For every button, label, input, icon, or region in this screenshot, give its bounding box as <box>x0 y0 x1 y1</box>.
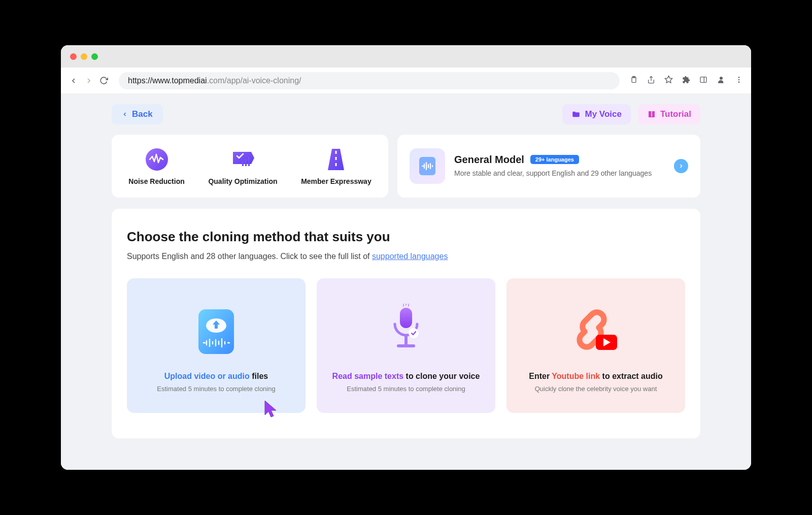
svg-rect-15 <box>335 163 337 166</box>
method-pre: Enter <box>529 372 552 380</box>
method-grid: Upload video or audio files Estimated 5 … <box>127 278 685 413</box>
supported-languages-link[interactable]: supported languages <box>372 252 448 261</box>
back-button-label: Back <box>132 109 153 119</box>
url-bar[interactable]: https://www.topmediai.com/app/ai-voice-c… <box>119 72 620 89</box>
close-window-icon[interactable] <box>70 53 77 60</box>
back-button[interactable]: Back <box>112 104 163 124</box>
toolbar-actions <box>630 75 743 86</box>
back-arrow-icon[interactable] <box>69 76 78 85</box>
upload-icon <box>137 304 295 360</box>
model-card[interactable]: General Model 29+ languages More stable … <box>397 135 700 198</box>
header-actions: My Voice Tutorial <box>562 104 700 124</box>
extensions-icon[interactable] <box>682 76 690 86</box>
feature-member-expressway[interactable]: Member Expressway <box>301 147 371 185</box>
member-expressway-icon <box>323 147 349 172</box>
subtitle-text: Supports English and 28 other languages.… <box>127 252 372 261</box>
method-subtitle: Estimated 5 minutes to complete cloning <box>327 385 485 393</box>
my-voice-label: My Voice <box>585 109 621 119</box>
profile-icon[interactable] <box>717 75 726 86</box>
chevron-right-icon <box>678 163 684 169</box>
feature-noise-reduction[interactable]: Noise Reduction <box>128 147 184 185</box>
svg-rect-19 <box>400 308 412 328</box>
svg-point-7 <box>738 79 740 80</box>
feature-quality-optimization[interactable]: Quality Optimization <box>208 147 277 185</box>
method-title: Enter Youtube link to extract audio <box>517 372 675 381</box>
clipboard-icon[interactable] <box>630 76 638 86</box>
url-path: .com/app/ai-voice-cloning/ <box>207 76 301 85</box>
book-icon <box>647 110 656 119</box>
svg-rect-12 <box>248 157 250 166</box>
model-icon <box>410 148 445 184</box>
svg-rect-13 <box>335 151 337 154</box>
svg-rect-3 <box>700 77 706 82</box>
method-youtube-link[interactable]: Enter Youtube link to extract audio Quic… <box>506 278 685 413</box>
svg-point-5 <box>720 77 723 80</box>
svg-rect-14 <box>335 157 337 160</box>
window-titlebar <box>61 45 751 68</box>
tutorial-label: Tutorial <box>660 109 691 119</box>
feature-label: Member Expressway <box>301 177 371 185</box>
browser-toolbar: https://www.topmediai.com/app/ai-voice-c… <box>61 68 751 94</box>
method-rest: files <box>250 372 268 380</box>
folder-icon <box>571 110 581 119</box>
svg-point-6 <box>738 77 740 78</box>
method-highlight: Youtube link <box>552 372 600 380</box>
share-icon[interactable] <box>647 76 655 86</box>
svg-rect-21 <box>397 344 415 347</box>
feature-label: Noise Reduction <box>128 177 184 185</box>
feature-label: Quality Optimization <box>208 177 277 185</box>
method-subtitle: Quickly clone the celebrity voice you wa… <box>517 385 675 393</box>
svg-point-9 <box>146 148 168 171</box>
method-title: Read sample texts to clone your voice <box>327 372 485 381</box>
method-upload[interactable]: Upload video or audio files Estimated 5 … <box>127 278 306 413</box>
url-host: https://www.topmediai <box>128 76 207 85</box>
forward-arrow-icon[interactable] <box>84 76 93 85</box>
reload-icon[interactable] <box>99 76 109 85</box>
method-subtitle: Estimated 5 minutes to complete cloning <box>137 385 295 393</box>
svg-rect-16 <box>419 157 435 175</box>
method-rest: to extract audio <box>600 372 663 380</box>
method-rest: to clone your voice <box>403 372 480 380</box>
model-next-button[interactable] <box>674 159 688 173</box>
model-description: More stable and clear, support English a… <box>454 169 665 179</box>
page-header: Back My Voice Tutorial <box>112 104 700 124</box>
youtube-link-icon <box>517 304 675 360</box>
section-subtitle: Supports English and 28 other languages.… <box>127 252 685 261</box>
menu-icon[interactable] <box>735 76 743 86</box>
panel-icon[interactable] <box>699 76 707 86</box>
maximize-window-icon[interactable] <box>91 53 98 60</box>
svg-rect-11 <box>245 159 247 166</box>
chevron-left-icon <box>122 111 128 118</box>
svg-point-22 <box>409 328 419 338</box>
tutorial-button[interactable]: Tutorial <box>638 104 700 124</box>
cursor-pointer-icon <box>263 400 279 420</box>
languages-badge: 29+ languages <box>530 155 579 164</box>
method-read-sample[interactable]: Read sample texts to clone your voice Es… <box>317 278 495 413</box>
svg-rect-10 <box>242 161 244 166</box>
svg-rect-20 <box>404 335 408 344</box>
microphone-icon <box>327 304 485 360</box>
page-content: Back My Voice Tutorial Noise <box>61 94 751 470</box>
model-text: General Model 29+ languages More stable … <box>454 154 665 179</box>
svg-marker-2 <box>665 76 672 82</box>
noise-reduction-icon <box>144 147 170 172</box>
features-card: Noise Reduction Quality Optimization Mem… <box>112 135 388 198</box>
section-title: Choose the cloning method that suits you <box>127 229 685 245</box>
method-highlight: Read sample texts <box>332 372 404 380</box>
my-voice-button[interactable]: My Voice <box>562 104 630 124</box>
minimize-window-icon[interactable] <box>81 53 87 60</box>
model-title: General Model <box>454 154 524 166</box>
method-title: Upload video or audio files <box>137 372 295 381</box>
cloning-method-card: Choose the cloning method that suits you… <box>112 209 700 438</box>
quality-optimization-icon <box>230 147 255 172</box>
top-cards-row: Noise Reduction Quality Optimization Mem… <box>112 135 700 198</box>
star-icon[interactable] <box>664 75 673 86</box>
svg-point-8 <box>738 81 740 83</box>
method-highlight: Upload video or audio <box>164 372 250 380</box>
browser-window: https://www.topmediai.com/app/ai-voice-c… <box>61 45 751 470</box>
